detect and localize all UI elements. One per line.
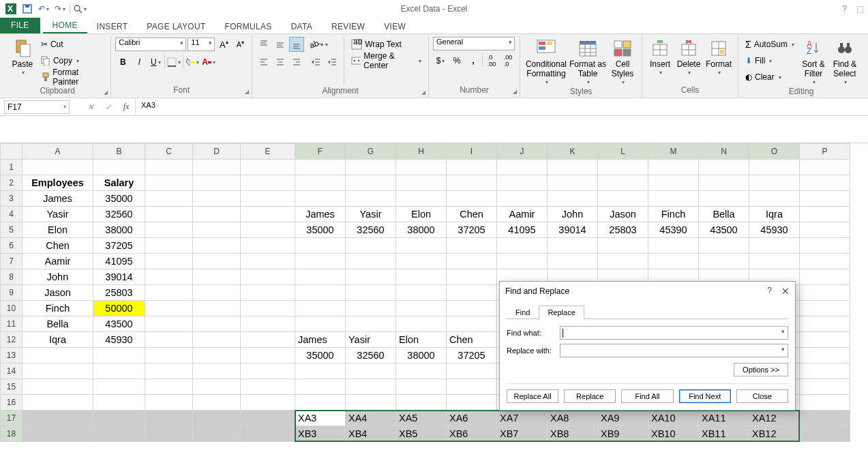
row-header-5[interactable]: 5: [1, 222, 23, 238]
conditional-formatting-button[interactable]: Conditional Formatting▾: [524, 37, 568, 85]
cell-E1[interactable]: [241, 160, 295, 175]
cell-B8[interactable]: 39014: [93, 269, 145, 285]
tab-review[interactable]: REVIEW: [322, 19, 374, 33]
cell-G17[interactable]: XA4: [346, 411, 396, 426]
name-box[interactable]: F17: [4, 100, 70, 114]
cell-B9[interactable]: 25803: [93, 285, 145, 301]
cell-H5[interactable]: 38000: [396, 222, 447, 238]
cell-F14[interactable]: [295, 364, 346, 379]
cell-D9[interactable]: [193, 285, 241, 301]
cell-F1[interactable]: [295, 160, 346, 175]
tab-file[interactable]: FILE: [0, 17, 40, 33]
cell-N5[interactable]: 43500: [699, 222, 749, 238]
cell-C2[interactable]: [145, 175, 193, 191]
cell-J6[interactable]: [497, 238, 548, 254]
row-header-7[interactable]: 7: [1, 254, 23, 269]
row-header-16[interactable]: 16: [1, 395, 23, 411]
select-all-cell[interactable]: [1, 144, 23, 160]
cell-D1[interactable]: [193, 160, 241, 175]
cell-F7[interactable]: [295, 254, 346, 269]
cell-H10[interactable]: [396, 301, 447, 316]
cell-F9[interactable]: [295, 285, 346, 301]
cell-E11[interactable]: [241, 316, 295, 332]
cell-H8[interactable]: [396, 269, 447, 285]
cell-O3[interactable]: [749, 191, 800, 207]
cell-H18[interactable]: XB5: [396, 426, 447, 442]
cell-A9[interactable]: Jason: [23, 285, 93, 301]
cell-H2[interactable]: [396, 175, 447, 191]
cell-G16[interactable]: [346, 395, 396, 411]
increase-decimal-button[interactable]: .0.00: [484, 53, 499, 68]
cell-N18[interactable]: XB11: [699, 426, 749, 442]
cell-D14[interactable]: [193, 364, 241, 379]
find-select-button[interactable]: Find & Select▾: [830, 37, 860, 85]
cell-D15[interactable]: [193, 379, 241, 395]
excel-icon[interactable]: X: [4, 2, 18, 16]
row-header-13[interactable]: 13: [1, 348, 23, 364]
options-button[interactable]: Options >>: [734, 363, 788, 376]
cell-E8[interactable]: [241, 269, 295, 285]
row-header-9[interactable]: 9: [1, 285, 23, 301]
cell-A13[interactable]: [23, 348, 93, 364]
cell-E18[interactable]: [241, 426, 295, 442]
cancel-formula-button[interactable]: ✕: [82, 102, 100, 112]
cell-P6[interactable]: [800, 238, 850, 254]
cell-G13[interactable]: 32560: [346, 348, 396, 364]
tab-formulas[interactable]: FORMULAS: [215, 19, 282, 33]
cell-K5[interactable]: 39014: [548, 222, 598, 238]
save-button[interactable]: [20, 2, 34, 16]
column-header-H[interactable]: H: [396, 144, 447, 160]
cell-P10[interactable]: [800, 301, 850, 316]
cell-F13[interactable]: 35000: [295, 348, 346, 364]
cell-E13[interactable]: [241, 348, 295, 364]
row-header-11[interactable]: 11: [1, 316, 23, 332]
cell-N1[interactable]: [699, 160, 749, 175]
cell-A4[interactable]: Yasir: [23, 207, 93, 222]
enter-formula-button[interactable]: ✓: [100, 102, 117, 112]
cell-O18[interactable]: XB12: [749, 426, 800, 442]
cell-H12[interactable]: Elon: [396, 332, 447, 348]
cell-M7[interactable]: [648, 254, 699, 269]
cell-P9[interactable]: [800, 285, 850, 301]
cell-M3[interactable]: [648, 191, 699, 207]
cell-O2[interactable]: [749, 175, 800, 191]
cell-D10[interactable]: [193, 301, 241, 316]
cell-F5[interactable]: 35000: [295, 222, 346, 238]
cell-P5[interactable]: [800, 222, 850, 238]
cell-H17[interactable]: XA5: [396, 411, 447, 426]
cell-C1[interactable]: [145, 160, 193, 175]
cell-H7[interactable]: [396, 254, 447, 269]
row-header-17[interactable]: 17: [1, 411, 23, 426]
row-header-14[interactable]: 14: [1, 364, 23, 379]
column-header-K[interactable]: K: [548, 144, 598, 160]
cell-C6[interactable]: [145, 238, 193, 254]
cell-A17[interactable]: [23, 411, 93, 426]
sort-filter-button[interactable]: AZSort & Filter▾: [798, 37, 828, 85]
cell-C8[interactable]: [145, 269, 193, 285]
cell-A5[interactable]: Elon: [23, 222, 93, 238]
cell-O4[interactable]: Iqra: [749, 207, 800, 222]
cell-P1[interactable]: [800, 160, 850, 175]
print-preview-button[interactable]: ▾: [73, 2, 87, 16]
cell-E12[interactable]: [241, 332, 295, 348]
cell-I8[interactable]: [447, 269, 497, 285]
cell-K7[interactable]: [548, 254, 598, 269]
cell-I7[interactable]: [447, 254, 497, 269]
cell-D13[interactable]: [193, 348, 241, 364]
cell-G2[interactable]: [346, 175, 396, 191]
column-header-G[interactable]: G: [346, 144, 396, 160]
column-header-J[interactable]: J: [497, 144, 548, 160]
cell-F11[interactable]: [295, 316, 346, 332]
insert-function-button[interactable]: fx: [117, 102, 135, 112]
cell-D3[interactable]: [193, 191, 241, 207]
row-header-4[interactable]: 4: [1, 207, 23, 222]
cell-I17[interactable]: XA6: [447, 411, 497, 426]
cell-D6[interactable]: [193, 238, 241, 254]
cell-I12[interactable]: Chen: [447, 332, 497, 348]
dialog-tab-find[interactable]: Find: [507, 306, 539, 319]
cell-A14[interactable]: [23, 364, 93, 379]
close-button[interactable]: Close: [736, 389, 788, 403]
cell-I15[interactable]: [447, 379, 497, 395]
cell-M6[interactable]: [648, 238, 699, 254]
tab-page-layout[interactable]: PAGE LAYOUT: [137, 19, 215, 33]
